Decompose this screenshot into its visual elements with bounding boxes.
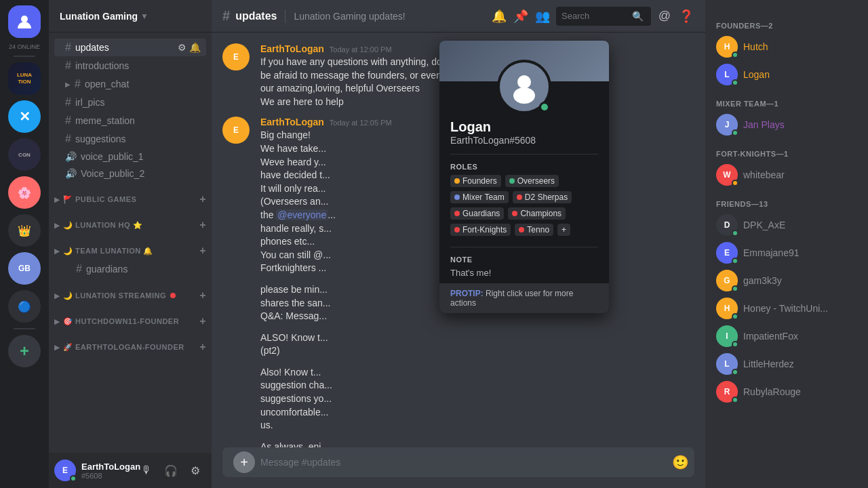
role-add-button[interactable]: + — [557, 224, 570, 236]
category-name-earthtologan: EARTHTOLOGAN-FOUNDER — [75, 343, 184, 351]
member-item-littleherdez[interactable]: L LittleHerdez — [711, 350, 863, 378]
server-icon-lunation[interactable]: LUNATION — [8, 62, 41, 95]
category-add-hutchdown[interactable]: + — [199, 315, 206, 327]
channel-item-irl-pics[interactable]: # irl_pics — [54, 94, 206, 111]
channel-topic: Lunation Gaming updates! — [294, 11, 486, 22]
message-avatar-2[interactable]: E — [222, 117, 250, 144]
user-avatar[interactable]: E — [54, 460, 76, 481]
category-add-hq[interactable]: + — [199, 219, 206, 231]
category-add-team[interactable]: + — [199, 245, 206, 257]
channel-name-voice1: voice_public_1 — [81, 151, 144, 162]
category-team-lunation[interactable]: ▶ 🌙 TEAM LUNATION 🔔 + — [49, 234, 212, 260]
message-group-6: As always, enj... — [222, 441, 694, 447]
channel-hash-icon-4: # — [65, 96, 71, 108]
server-icon-x[interactable]: ✕ — [8, 100, 41, 133]
member-item-honey[interactable]: H Honey - TwitchUni... — [711, 295, 863, 322]
search-input[interactable] — [561, 11, 629, 21]
server-icon-cg[interactable]: CGN — [8, 138, 41, 171]
settings-button[interactable]: ⚙ — [184, 460, 206, 481]
message-avatar-spacer-3 — [222, 283, 250, 323]
role-tenno: Tenno — [515, 224, 553, 236]
profile-discriminator: EarthToLogan#5608 — [450, 135, 598, 146]
role-label-guardians: Guardians — [462, 209, 500, 218]
server-icon-ht[interactable]: 🔵 — [8, 290, 41, 323]
server-icon-add[interactable]: + — [8, 335, 41, 367]
role-label-founders: Founders — [462, 176, 497, 186]
channel-item-open-chat[interactable]: ▶ # open_chat — [54, 75, 206, 93]
category-arrow: ▶ — [54, 196, 60, 203]
category-icon-streaming: 🌙 — [63, 291, 73, 300]
message-input-box: + 🙂 — [222, 447, 694, 477]
member-avatar-honey: H — [716, 298, 738, 319]
channel-item-suggestions[interactable]: # suggestions — [54, 130, 206, 148]
attach-file-button[interactable]: + — [233, 451, 255, 473]
category-add-streaming[interactable]: + — [199, 289, 206, 302]
category-add-button[interactable]: + — [199, 193, 206, 205]
member-item-rubylarouge[interactable]: R RubylaRouge — [711, 378, 863, 405]
channel-item-meme-station[interactable]: # meme_station — [54, 112, 206, 129]
role-add-icon: + — [561, 225, 566, 235]
user-tag: #5608 — [81, 472, 130, 480]
channel-expand-arrow: ▶ — [65, 81, 71, 88]
category-hutchdown[interactable]: ▶ 🎯 HUTCHDOWN11-FOUNDER + — [49, 304, 212, 330]
member-item-impatientfox[interactable]: I ImpatientFox — [711, 323, 863, 350]
message-input[interactable] — [260, 457, 667, 468]
pin-icon[interactable]: 📌 — [513, 8, 529, 24]
svg-point-1 — [517, 75, 531, 89]
server-icon-home[interactable] — [8, 5, 41, 38]
protip-label: PROTIP: — [450, 289, 484, 298]
member-name-janplays: Jan Plays — [743, 119, 785, 130]
category-name-team: TEAM LUNATION 🔔 — [75, 247, 153, 256]
category-public-games[interactable]: ▶ 🚩 PUBLIC GAMES + — [49, 182, 212, 208]
note-text: That's me! — [450, 268, 491, 278]
role-label-d2: D2 Sherpas — [525, 192, 568, 202]
member-item-gam3k3y[interactable]: G gam3k3y — [711, 267, 863, 294]
littleherdez-status — [732, 369, 738, 375]
member-item-whitebear[interactable]: W whitebear — [711, 161, 863, 188]
message-author-1: EarthToLogan — [260, 43, 324, 54]
message-avatar-1[interactable]: E — [222, 43, 250, 70]
category-add-earthtologan[interactable]: + — [199, 341, 206, 353]
at-icon[interactable]: @ — [656, 8, 673, 24]
server-icon-sp[interactable]: 🌸 — [8, 176, 41, 209]
members-icon[interactable]: 👥 — [534, 8, 551, 24]
channel-hash-icon-6: # — [65, 133, 71, 145]
server-icon-eg[interactable]: 👑 — [8, 214, 41, 247]
member-item-hutch[interactable]: H Hutch — [711, 33, 863, 60]
server-icon-gb[interactable]: GB — [8, 252, 41, 285]
category-earthtologan[interactable]: ▶ 🚀 EARTHTOLOGAN-FOUNDER + — [49, 330, 212, 356]
channel-item-guardians[interactable]: # guardians — [54, 260, 206, 278]
role-mixer-team: Mixer Team — [450, 191, 509, 203]
category-name-streaming: LUNATION STREAMING — [75, 291, 166, 300]
member-avatar-whitebear: W — [716, 164, 738, 186]
member-item-janplays[interactable]: J Jan Plays — [711, 111, 863, 138]
notification-bell-icon[interactable]: 🔔 — [491, 8, 507, 24]
message-timestamp-1: Today at 12:00 PM — [330, 45, 392, 54]
help-icon[interactable]: ❓ — [678, 8, 694, 24]
server-bar: 24 ONLINE LUNATION ✕ CGN 🌸 👑 GB 🔵 + — [0, 0, 49, 488]
channel-item-introductions[interactable]: # introductions — [54, 57, 206, 75]
channel-name-introductions: introductions — [75, 60, 129, 71]
headset-button[interactable]: 🎧 — [160, 460, 182, 481]
member-item-logan[interactable]: L Logan — [711, 61, 863, 88]
member-item-dpk[interactable]: D DPK_AxE — [711, 211, 863, 239]
channel-settings[interactable]: ⚙ 🔔 — [178, 42, 201, 53]
category-streaming[interactable]: ▶ 🌙 LUNATION STREAMING + — [49, 279, 212, 304]
role-label-fortknight: Fort-Knights — [462, 225, 507, 235]
search-bar[interactable]: 🔍 — [556, 7, 651, 26]
member-avatar-littleherdez: L — [716, 353, 738, 375]
message-group-5: Also! Know t... suggestion cha... sugges… — [222, 366, 694, 432]
category-lunation-hq[interactable]: ▶ 🌙 LUNATION HQ ⭐ + — [49, 208, 212, 234]
server-header[interactable]: Lunation Gaming ▼ — [49, 0, 212, 33]
mute-button[interactable]: 🎙 — [136, 460, 157, 481]
janplays-status — [732, 129, 738, 136]
member-item-emmajane[interactable]: E Emmajane91 — [711, 239, 863, 266]
channel-item-voice1[interactable]: 🔊 voice_public_1 — [54, 148, 206, 165]
member-category-founders: FOUNDERS—2 — [711, 11, 863, 33]
category-icon-earthtologan: 🚀 — [63, 343, 73, 352]
channel-item-updates[interactable]: # updates ⚙ 🔔 — [54, 39, 206, 56]
emoji-button[interactable]: 🙂 — [672, 454, 689, 470]
role-fort-knights: Fort-Knights — [450, 224, 511, 236]
channel-item-voice2[interactable]: 🔊 Voice_public_2 — [54, 165, 206, 182]
role-dot-guardians — [454, 211, 460, 216]
